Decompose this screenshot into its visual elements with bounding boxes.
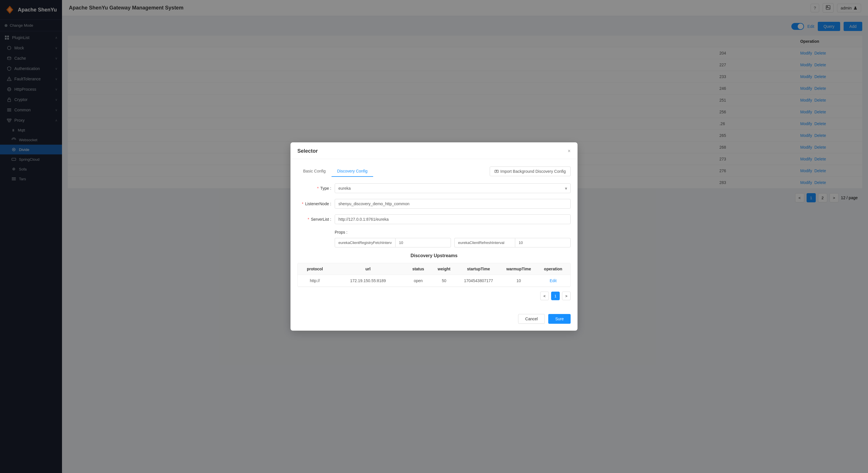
server-list-label: * ServerList : [298, 217, 335, 222]
protocol-header: protocol [298, 263, 332, 275]
selector-modal: Selector × Basic Config Discovery Config… [290, 143, 578, 330]
weight-header: weight [433, 263, 456, 275]
listener-node-label: * ListenerNode : [298, 201, 335, 206]
up-next-btn[interactable]: > [562, 292, 570, 300]
import-background-btn[interactable]: Import Background Discovery Config [490, 166, 570, 176]
url-header: url [332, 263, 404, 275]
upstream-operation: Edit [536, 275, 570, 286]
type-select[interactable]: eureka [335, 183, 570, 193]
cancel-button[interactable]: Cancel [518, 314, 545, 324]
upstreams-header: protocol url status weight startupTime w… [298, 263, 570, 275]
upstreams-section: Discovery Upstreams protocol url status … [298, 253, 570, 303]
server-list-input[interactable] [335, 214, 570, 224]
startup-time-header: startupTime [456, 263, 501, 275]
upstream-row-1: http:// 172.19.150.55:8189 open 50 17045… [298, 275, 570, 287]
sure-button[interactable]: Sure [548, 314, 570, 324]
modal-header: Selector × [290, 143, 578, 159]
modal-tab-bar: Basic Config Discovery Config [298, 166, 490, 177]
prop-item-1 [335, 238, 451, 247]
type-select-wrapper: eureka [335, 183, 570, 193]
upstream-url: 172.19.150.55:8189 [332, 275, 404, 286]
modal-title: Selector [298, 148, 318, 154]
type-field-row: * Type : eureka [298, 183, 570, 193]
upstreams-table: protocol url status weight startupTime w… [298, 263, 570, 287]
operation-header-up: operation [536, 263, 570, 275]
props-row [335, 238, 570, 247]
prop1-val-input[interactable] [395, 238, 451, 247]
props-label: Props : [335, 230, 570, 234]
modal-close-button[interactable]: × [567, 148, 570, 154]
modal-body: Basic Config Discovery Config Import Bac… [290, 159, 578, 309]
prop-item-2 [454, 238, 570, 247]
prop1-key-input[interactable] [335, 238, 395, 247]
up-prev-btn[interactable]: < [540, 292, 549, 300]
upstreams-pagination: < 1 > [298, 287, 570, 303]
import-btn-label: Import Background Discovery Config [500, 169, 566, 174]
status-header: status [404, 263, 433, 275]
upstream-edit-link[interactable]: Edit [550, 278, 557, 283]
upstream-weight: 50 [433, 275, 456, 286]
server-list-row: * ServerList : [298, 214, 570, 224]
upstream-warmup-time: 10 [501, 275, 536, 286]
prop2-val-input[interactable] [515, 238, 570, 247]
listener-node-row: * ListenerNode : [298, 199, 570, 209]
type-label: * Type : [298, 186, 335, 191]
modal-overlay[interactable]: Selector × Basic Config Discovery Config… [0, 0, 868, 473]
upstream-protocol: http:// [298, 275, 332, 286]
tab-basic-config[interactable]: Basic Config [298, 166, 332, 177]
listener-node-input[interactable] [335, 199, 570, 209]
up-page-1-btn[interactable]: 1 [551, 292, 560, 300]
modal-footer: Cancel Sure [290, 309, 578, 330]
import-icon [495, 169, 499, 174]
upstream-startup-time: 1704543807177 [456, 275, 501, 286]
prop2-key-input[interactable] [454, 238, 515, 247]
tab-discovery-config[interactable]: Discovery Config [332, 166, 373, 177]
warmup-time-header: warmupTime [501, 263, 536, 275]
upstreams-title: Discovery Upstreams [298, 253, 570, 258]
upstream-status: open [404, 275, 433, 286]
